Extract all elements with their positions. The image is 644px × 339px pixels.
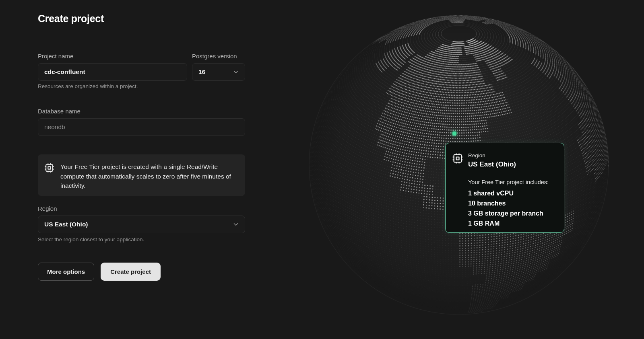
chevron-down-icon (232, 221, 239, 228)
cpu-icon (44, 163, 54, 196)
create-project-button[interactable]: Create project (101, 263, 161, 281)
free-tier-includes: Your Free Tier project includes: 1 share… (468, 179, 556, 228)
include-item-vcpu: 1 shared vCPU (468, 188, 556, 198)
includes-list: 1 shared vCPU 10 branches 3 GB storage p… (468, 188, 556, 228)
include-item-storage: 3 GB storage per branch (468, 208, 556, 218)
cpu-icon (452, 153, 463, 166)
region-card-header: Region US East (Ohio) (452, 152, 556, 169)
chevron-down-icon (232, 68, 239, 76)
postgres-version-value: 16 (198, 68, 205, 76)
region-field: Region US East (Ohio) (38, 205, 245, 233)
include-item-branches: 10 branches (468, 198, 556, 208)
region-card-value: US East (Ohio) (468, 160, 516, 169)
form-actions: More options Create project (38, 263, 161, 281)
database-name-label: Database name (38, 108, 245, 115)
region-card-text: Region US East (Ohio) (468, 152, 516, 169)
create-project-page: { "form": { "title": "Create project", "… (0, 0, 644, 339)
postgres-version-select[interactable]: 16 (192, 63, 245, 81)
create-project-form: Create project Project name Postgres ver… (38, 0, 245, 339)
free-tier-notice-box: Your Free Tier project is created with a… (38, 154, 245, 196)
project-name-label: Project name (38, 53, 187, 60)
project-name-field: Project name (38, 53, 187, 81)
postgres-version-label: Postgres version (192, 53, 245, 60)
includes-title: Your Free Tier project includes: (468, 179, 556, 186)
region-select[interactable]: US East (Ohio) (38, 216, 245, 233)
region-value: US East (Ohio) (44, 221, 88, 228)
database-name-input[interactable] (38, 118, 245, 136)
free-tier-notice-text: Your Free Tier project is created with a… (60, 162, 236, 196)
region-label: Region (38, 205, 245, 212)
database-name-field: Database name (38, 108, 245, 136)
include-item-ram: 1 GB RAM (468, 218, 556, 228)
region-card-label: Region (468, 152, 516, 159)
postgres-version-field: Postgres version 16 (192, 53, 245, 81)
project-name-help: Resources are organized within a project… (38, 83, 138, 90)
region-tooltip-card: Region US East (Ohio) Your Free Tier pro… (445, 143, 564, 233)
page-title: Create project (38, 12, 104, 25)
region-help: Select the region closest to your applic… (38, 236, 144, 243)
more-options-button[interactable]: More options (38, 263, 94, 281)
project-name-input[interactable] (38, 63, 187, 81)
